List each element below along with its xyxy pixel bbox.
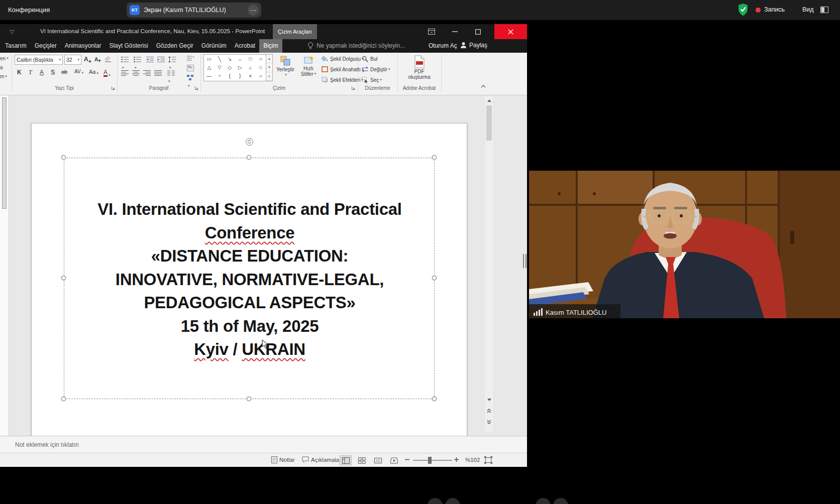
resize-handle[interactable] bbox=[61, 155, 66, 160]
align-right-button[interactable] bbox=[143, 70, 151, 76]
notes-placeholder[interactable]: Not eklemek için tıklatın bbox=[15, 441, 79, 448]
clipped-ribbon-button-3[interactable]: m bbox=[0, 74, 11, 79]
shape-icon[interactable]: ~ bbox=[215, 72, 225, 80]
title-bar[interactable]: VI International Scientific and Practica… bbox=[0, 24, 527, 39]
resize-handle[interactable] bbox=[432, 397, 437, 401]
meeting-control-partial[interactable] bbox=[428, 498, 443, 504]
context-tab-group-label[interactable]: Çizim Araçları bbox=[273, 24, 317, 39]
rotation-handle[interactable] bbox=[246, 138, 253, 146]
participant-video[interactable]: Kasım TATLILIOĞLU bbox=[529, 171, 840, 318]
grow-font-button[interactable]: A bbox=[84, 56, 91, 62]
decrease-indent-button[interactable] bbox=[146, 56, 154, 63]
shape-icon[interactable]: ╲ bbox=[215, 55, 225, 63]
view-menu-label[interactable]: Вид bbox=[802, 6, 814, 13]
shape-icon[interactable]: ▽ bbox=[215, 63, 225, 72]
sign-in-button[interactable]: Oturum Aç bbox=[429, 42, 457, 49]
font-name-combo[interactable]: Calibri (Başlıkla bbox=[15, 55, 63, 65]
normal-view-button[interactable] bbox=[340, 455, 352, 465]
shape-icon[interactable]: ○ bbox=[256, 72, 266, 80]
zoom-percent[interactable]: %102 bbox=[465, 457, 480, 463]
shape-icon[interactable]: — bbox=[204, 72, 215, 80]
shape-icon[interactable]: ↔ bbox=[235, 55, 246, 63]
shared-screen-tab[interactable]: KT Экран (Kasım TATLILIOĞLU) bbox=[127, 3, 261, 18]
tell-me-box[interactable]: Ne yapmak istediğinizi söyleyin... bbox=[307, 42, 405, 50]
zoom-slider-track[interactable] bbox=[413, 460, 452, 461]
find-button[interactable]: Bul bbox=[362, 56, 377, 62]
zoom-in-button[interactable] bbox=[454, 457, 459, 462]
shape-icon[interactable]: △ bbox=[204, 63, 215, 72]
font-dialog-launcher[interactable] bbox=[111, 86, 116, 90]
ribbon-tab-görünüm[interactable]: Görünüm bbox=[197, 39, 231, 53]
shape-icon[interactable]: ↘ bbox=[225, 55, 235, 63]
ribbon-tab-acrobat[interactable]: Acrobat bbox=[231, 39, 259, 53]
clipped-ribbon-button-2[interactable]: a bbox=[0, 65, 11, 70]
underline-button[interactable]: A bbox=[40, 69, 44, 75]
comments-toggle-button[interactable]: Açıklamalar bbox=[302, 456, 341, 463]
resize-handle[interactable] bbox=[61, 397, 66, 401]
resize-handle[interactable] bbox=[432, 155, 437, 160]
minimize-button[interactable] bbox=[444, 24, 465, 39]
increase-indent-button[interactable] bbox=[157, 56, 165, 63]
ribbon-tab-tasarım[interactable]: Tasarım bbox=[1, 39, 31, 53]
shape-icon[interactable]: ○ bbox=[256, 55, 266, 63]
tab-options-icon[interactable] bbox=[248, 5, 259, 16]
slide-text[interactable]: VI. International Scientific and Practic… bbox=[32, 198, 468, 361]
replace-button[interactable]: Değiştir bbox=[362, 66, 390, 72]
font-color-button[interactable]: A bbox=[103, 69, 111, 77]
shrink-font-button[interactable]: A bbox=[94, 57, 101, 62]
recording-label[interactable]: Запись bbox=[764, 6, 785, 13]
maximize-button[interactable] bbox=[467, 24, 488, 39]
shape-icon[interactable]: ◇ bbox=[225, 63, 235, 72]
share-button[interactable]: Paylaş bbox=[460, 42, 487, 49]
quick-access-icon[interactable] bbox=[9, 29, 15, 35]
select-button[interactable]: Seç bbox=[362, 77, 382, 83]
shapes-gallery-scroll[interactable]: ▲ ▼ ≡ bbox=[266, 54, 273, 81]
shapes-gallery[interactable]: ▭╲↘↔□○△▽◇▷⌂☆—~{}+○ bbox=[203, 54, 266, 81]
paragraph-dialog-launcher[interactable] bbox=[194, 86, 199, 90]
notes-pane[interactable]: Not eklemek için tıklatın bbox=[0, 436, 527, 453]
strikethrough-button[interactable]: ab bbox=[61, 69, 67, 75]
character-spacing-button[interactable]: AV bbox=[74, 69, 83, 74]
align-left-button[interactable] bbox=[121, 70, 129, 76]
slide-canvas[interactable]: VI. International Scientific and Practic… bbox=[31, 123, 467, 450]
shape-icon[interactable]: ▭ bbox=[204, 55, 215, 63]
vertical-scrollbar[interactable] bbox=[485, 96, 493, 432]
shape-icon[interactable]: ⌂ bbox=[245, 63, 256, 72]
ribbon-tab-slayt-gösterisi[interactable]: Slayt Gösterisi bbox=[105, 39, 152, 53]
previous-slide-button[interactable] bbox=[485, 407, 493, 415]
ribbon-tab-animasyonlar[interactable]: Animasyonlar bbox=[61, 39, 106, 53]
shape-icon[interactable]: + bbox=[245, 72, 256, 80]
justify-button[interactable] bbox=[154, 70, 162, 76]
meeting-control-partial[interactable] bbox=[553, 498, 568, 504]
columns-button[interactable] bbox=[167, 70, 175, 85]
quick-styles-button[interactable]: Hızlı Stiller bbox=[297, 54, 320, 85]
panel-resize-handle[interactable] bbox=[523, 254, 527, 268]
bold-button[interactable]: K bbox=[17, 69, 22, 75]
ribbon-display-options-button[interactable] bbox=[421, 24, 442, 39]
ribbon-tab-geçişler[interactable]: Geçişler bbox=[31, 39, 61, 53]
zoom-slider-knob[interactable] bbox=[428, 457, 432, 464]
shape-icon[interactable]: ▷ bbox=[235, 63, 246, 72]
notes-toggle-button[interactable]: Notlar bbox=[271, 456, 295, 463]
drawing-dialog-launcher[interactable] bbox=[351, 86, 356, 90]
meeting-control-partial[interactable] bbox=[536, 498, 551, 504]
italic-button[interactable]: T bbox=[29, 69, 32, 75]
thumbnails-scrollbar[interactable] bbox=[2, 97, 7, 209]
view-layout-icon[interactable] bbox=[820, 7, 828, 13]
slide-thumbnails-pane[interactable] bbox=[0, 95, 9, 436]
shape-icon[interactable]: } bbox=[235, 72, 246, 80]
clipped-ribbon-button-1[interactable]: en bbox=[0, 56, 11, 61]
shape-effects-button[interactable]: Şekil Efektleri bbox=[322, 77, 363, 83]
close-button[interactable] bbox=[494, 24, 527, 39]
shape-icon[interactable]: ☆ bbox=[256, 63, 266, 72]
next-slide-button[interactable] bbox=[485, 418, 493, 426]
shape-icon[interactable]: □ bbox=[245, 55, 256, 63]
ribbon-tab-gözden-geçir[interactable]: Gözden Geçir bbox=[152, 39, 197, 53]
align-center-button[interactable] bbox=[132, 70, 140, 76]
shapes-gallery-more-icon[interactable]: ≡ bbox=[266, 72, 272, 81]
shape-icon[interactable]: { bbox=[225, 72, 235, 80]
ribbon-tab-biçim[interactable]: Biçim bbox=[259, 39, 282, 53]
meeting-control-partial[interactable] bbox=[445, 498, 460, 504]
collapse-ribbon-icon[interactable] bbox=[480, 84, 486, 88]
font-size-combo[interactable]: 32 bbox=[64, 55, 81, 65]
